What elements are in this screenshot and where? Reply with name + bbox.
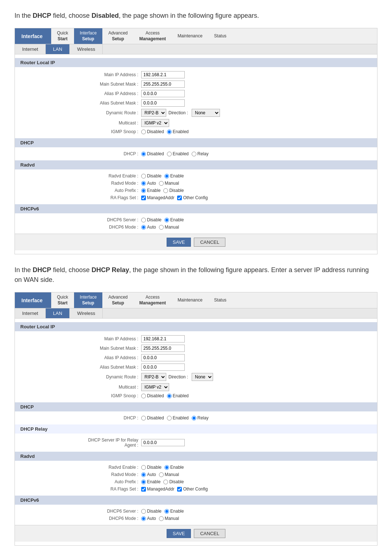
input-alias-ip-2[interactable]	[141, 354, 185, 361]
radio-prefix-enable-2[interactable]: Enable	[141, 479, 160, 484]
select-direction-2[interactable]: None Both	[192, 373, 213, 381]
checkbox-other-config-2[interactable]: Other Config	[177, 487, 208, 492]
tab-internet-1[interactable]: Internet	[15, 44, 46, 54]
nav-advanced-setup-2[interactable]: Advanced Setup	[102, 292, 133, 308]
radio-dhcp6-enable-input-1[interactable]	[164, 218, 169, 222]
radio-prefix-disable-input-2[interactable]	[163, 480, 168, 484]
radio-dhcp-relay-2[interactable]: Relay	[192, 415, 209, 420]
tab-wireless-2[interactable]: Wireless	[70, 308, 103, 318]
checkbox-other-input-2[interactable]	[177, 487, 182, 492]
radio-prefix-disable-2[interactable]: Disable	[163, 479, 184, 484]
nav-access-mgmt-1[interactable]: Access Management	[134, 28, 172, 44]
radio-dhcp6-disable-input-1[interactable]	[141, 218, 146, 222]
radio-dhcp6-disable-input-2[interactable]	[141, 509, 146, 514]
radio-radvd-manual-1[interactable]: Manual	[159, 181, 179, 186]
nav-advanced-setup-1[interactable]: Advanced Setup	[102, 28, 133, 44]
radio-dhcp-disabled-input-2[interactable]	[141, 416, 146, 420]
radio-prefix-disable-input-1[interactable]	[163, 188, 168, 193]
radio-dhcp6-enable-2[interactable]: Enable	[164, 509, 184, 514]
checkbox-managed-addr-1[interactable]: ManagedAddr	[141, 195, 174, 200]
nav-maintenance-1[interactable]: Maintenance	[172, 28, 208, 44]
tab-wireless-1[interactable]: Wireless	[70, 44, 103, 54]
radio-dhcp6-auto-input-1[interactable]	[141, 225, 146, 230]
input-main-subnet-1[interactable]	[141, 81, 185, 88]
nav-interface-setup-1[interactable]: Interface Setup	[74, 28, 103, 44]
cancel-button-2[interactable]: CANCEL	[194, 529, 225, 538]
radio-dhcp-relay-input-1[interactable]	[192, 152, 196, 156]
select-dynamic-route-1[interactable]: RIP2-B RIP1 None	[141, 109, 166, 117]
radio-igmp-enabled-2[interactable]: Enabled	[167, 393, 189, 398]
save-button-2[interactable]: SAVE	[167, 529, 191, 538]
radio-dhcp-enabled-input-2[interactable]	[167, 416, 172, 420]
radio-radvd-enable-opt-input-1[interactable]	[164, 174, 169, 178]
radio-igmp-disabled-2[interactable]: Disabled	[141, 393, 164, 398]
radio-dhcp6-manual-2[interactable]: Manual	[159, 516, 179, 521]
radio-radvd-disable-1[interactable]: Disable	[141, 173, 162, 178]
radio-dhcp6-enable-input-2[interactable]	[164, 509, 169, 514]
select-multicast-1[interactable]: IGMP v2 IGMP v1 None	[141, 119, 169, 127]
radio-igmp-enabled-input-1[interactable]	[167, 130, 172, 134]
radio-igmp-disabled-input-1[interactable]	[141, 130, 146, 134]
checkbox-managed-input-1[interactable]	[141, 196, 146, 200]
checkbox-other-config-1[interactable]: Other Config	[177, 195, 208, 200]
radio-prefix-enable-1[interactable]: Enable	[141, 188, 160, 193]
radio-dhcp6-disable-1[interactable]: Disable	[141, 217, 162, 222]
radio-dhcp-disabled-1[interactable]: Disabled	[141, 151, 164, 156]
radio-dhcp6-disable-2[interactable]: Disable	[141, 509, 162, 514]
radio-dhcp6-auto-2[interactable]: Auto	[141, 516, 156, 521]
radio-radvd-disable-input-1[interactable]	[141, 174, 146, 178]
radio-radvd-manual-2[interactable]: Manual	[159, 472, 179, 477]
radio-dhcp-relay-1[interactable]: Relay	[192, 151, 209, 156]
tab-lan-2[interactable]: LAN	[46, 308, 70, 318]
select-dynamic-route-2[interactable]: RIP2-B RIP1 None	[141, 373, 166, 381]
radio-radvd-disable-2[interactable]: Disable	[141, 465, 162, 470]
radio-radvd-manual-input-1[interactable]	[159, 181, 164, 186]
radio-dhcp6-auto-input-2[interactable]	[141, 516, 146, 521]
nav-maintenance-2[interactable]: Maintenance	[172, 292, 208, 308]
radio-radvd-enable-opt-input-2[interactable]	[164, 465, 169, 470]
radio-radvd-auto-input-1[interactable]	[141, 181, 146, 186]
radio-dhcp6-manual-input-1[interactable]	[159, 225, 164, 230]
radio-dhcp-enabled-input-1[interactable]	[167, 152, 172, 156]
radio-igmp-disabled-input-2[interactable]	[141, 394, 146, 398]
select-multicast-2[interactable]: IGMP v2 IGMP v1 None	[141, 383, 169, 391]
nav-quick-start-1[interactable]: Quick Start	[51, 28, 74, 44]
checkbox-managed-addr-2[interactable]: ManagedAddr	[141, 487, 174, 492]
radio-radvd-auto-input-2[interactable]	[141, 472, 146, 477]
radio-dhcp-enabled-1[interactable]: Enabled	[167, 151, 189, 156]
radio-radvd-disable-input-2[interactable]	[141, 465, 146, 470]
radio-radvd-enable-opt-1[interactable]: Enable	[164, 173, 184, 178]
radio-dhcp-disabled-input-1[interactable]	[141, 152, 146, 156]
nav-status-2[interactable]: Status	[208, 292, 232, 308]
nav-status-1[interactable]: Status	[208, 28, 232, 44]
radio-radvd-auto-1[interactable]: Auto	[141, 181, 156, 186]
input-main-subnet-2[interactable]	[141, 345, 185, 352]
input-dhcp-relay-server-2[interactable]	[141, 439, 185, 446]
checkbox-other-input-1[interactable]	[177, 196, 182, 200]
tab-lan-1[interactable]: LAN	[46, 44, 70, 54]
select-direction-1[interactable]: None Both In Only Out Only	[192, 109, 220, 117]
radio-dhcp-enabled-2[interactable]: Enabled	[167, 415, 189, 420]
radio-dhcp-relay-input-2[interactable]	[192, 416, 196, 420]
checkbox-managed-input-2[interactable]	[141, 487, 146, 492]
radio-igmp-disabled-1[interactable]: Disabled	[141, 129, 164, 134]
radio-prefix-enable-input-1[interactable]	[141, 188, 146, 193]
radio-dhcp6-auto-1[interactable]: Auto	[141, 225, 156, 230]
radio-dhcp6-manual-input-2[interactable]	[159, 516, 164, 521]
save-button-1[interactable]: SAVE	[167, 238, 191, 247]
radio-radvd-enable-opt-2[interactable]: Enable	[164, 465, 184, 470]
radio-radvd-manual-input-2[interactable]	[159, 472, 164, 477]
radio-dhcp6-enable-1[interactable]: Enable	[164, 217, 184, 222]
tab-internet-2[interactable]: Internet	[15, 308, 46, 318]
nav-interface-setup-2[interactable]: Interface Setup	[74, 292, 103, 308]
radio-igmp-enabled-input-2[interactable]	[167, 394, 172, 398]
radio-prefix-disable-1[interactable]: Disable	[163, 188, 184, 193]
input-alias-ip-1[interactable]	[141, 90, 185, 97]
input-alias-subnet-1[interactable]	[141, 99, 185, 107]
input-main-ip-1[interactable]	[141, 71, 185, 78]
cancel-button-1[interactable]: CANCEL	[194, 238, 225, 247]
radio-igmp-enabled-1[interactable]: Enabled	[167, 129, 189, 134]
nav-quick-start-2[interactable]: Quick Start	[51, 292, 74, 308]
radio-dhcp6-manual-1[interactable]: Manual	[159, 225, 179, 230]
input-main-ip-2[interactable]	[141, 335, 185, 342]
